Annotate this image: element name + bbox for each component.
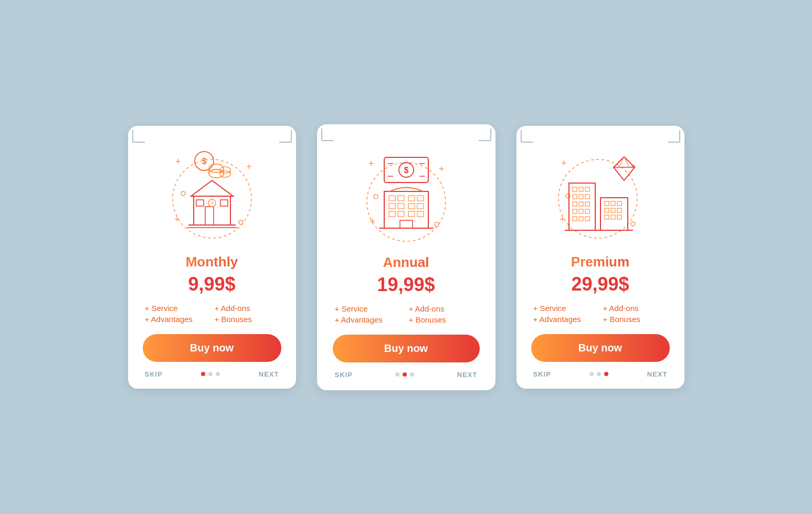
svg-rect-68 — [573, 195, 577, 199]
svg-point-54 — [558, 159, 637, 238]
svg-rect-65 — [573, 187, 577, 191]
svg-rect-89 — [617, 215, 621, 219]
svg-text:+: + — [174, 214, 180, 224]
premium-skip[interactable]: SKIP — [533, 370, 551, 378]
svg-text:+: + — [439, 164, 445, 174]
svg-rect-84 — [605, 208, 609, 212]
annual-illustration: + + + $ — [333, 139, 480, 249]
svg-rect-87 — [605, 215, 609, 219]
svg-rect-19 — [196, 200, 204, 206]
svg-point-4 — [239, 220, 243, 224]
svg-text:+: + — [246, 162, 252, 172]
svg-rect-88 — [611, 215, 615, 219]
svg-rect-46 — [408, 204, 415, 209]
svg-rect-78 — [579, 217, 583, 221]
svg-text:+: + — [368, 158, 374, 169]
svg-rect-45 — [398, 204, 404, 209]
dot-3 — [604, 372, 608, 376]
svg-rect-77 — [573, 217, 577, 221]
monthly-next[interactable]: NEXT — [259, 370, 279, 378]
svg-rect-18 — [205, 207, 214, 225]
svg-rect-71 — [573, 202, 577, 206]
annual-features: + Service + Add-ons + Advantages + Bonus… — [333, 304, 480, 324]
pricing-cards: + + + $ — [128, 124, 684, 390]
feature-item: + Bonuses — [603, 315, 668, 324]
dot-1 — [201, 372, 205, 376]
svg-marker-16 — [191, 180, 233, 196]
svg-rect-83 — [617, 201, 621, 206]
svg-point-58 — [631, 222, 635, 226]
svg-point-30 — [435, 222, 439, 227]
svg-text:$: $ — [404, 166, 408, 175]
svg-rect-39 — [384, 191, 428, 228]
svg-text:$: $ — [202, 157, 206, 166]
feature-item: + Advantages — [145, 315, 209, 324]
svg-rect-40 — [389, 196, 395, 201]
svg-text:+: + — [370, 216, 375, 227]
annual-buy-button[interactable]: Buy now — [333, 335, 480, 362]
annual-price: 19,99$ — [333, 274, 480, 296]
feature-item: + Service — [533, 304, 598, 313]
svg-rect-73 — [585, 202, 589, 206]
feature-item: + Service — [145, 304, 209, 313]
svg-rect-69 — [579, 195, 583, 199]
svg-rect-50 — [408, 211, 415, 217]
svg-point-5 — [181, 191, 185, 196]
monthly-price: 9,99$ — [143, 273, 281, 295]
annual-next[interactable]: NEXT — [457, 371, 478, 379]
svg-rect-47 — [417, 204, 424, 209]
annual-card: + + + $ — [317, 124, 495, 390]
svg-rect-70 — [585, 195, 589, 199]
annual-skip[interactable]: SKIP — [335, 371, 353, 379]
premium-buy-button[interactable]: Buy now — [531, 334, 670, 362]
dot-2 — [208, 372, 213, 376]
annual-navigation: SKIP NEXT — [333, 371, 480, 379]
dot-1 — [395, 372, 399, 377]
svg-line-63 — [624, 157, 629, 167]
premium-illustration: + + + — [531, 138, 670, 249]
svg-rect-85 — [611, 208, 615, 212]
dot-3 — [216, 372, 220, 376]
dot-2 — [597, 372, 601, 376]
feature-item: + Advantages — [335, 315, 404, 324]
svg-line-62 — [619, 157, 624, 167]
monthly-illustration: + + + $ — [143, 138, 281, 249]
svg-point-15 — [220, 171, 230, 177]
premium-navigation: SKIP NEXT — [531, 370, 670, 378]
svg-rect-48 — [389, 211, 395, 217]
dot-3 — [410, 372, 414, 377]
svg-rect-82 — [611, 201, 615, 206]
svg-rect-76 — [585, 209, 589, 213]
svg-text:+: + — [175, 156, 181, 167]
feature-item: + Bonuses — [409, 315, 478, 324]
svg-rect-17 — [194, 196, 230, 225]
premium-features: + Service + Add-ons + Advantages + Bonus… — [531, 304, 670, 324]
svg-point-0 — [173, 159, 251, 238]
svg-rect-81 — [605, 201, 609, 206]
svg-text:+: + — [560, 214, 565, 224]
svg-rect-74 — [573, 209, 577, 213]
svg-rect-52 — [400, 220, 413, 228]
svg-rect-49 — [398, 211, 404, 217]
svg-point-31 — [374, 195, 378, 199]
monthly-plan-name: Monthly — [143, 254, 281, 270]
feature-item: + Add-ons — [603, 304, 668, 313]
premium-next[interactable]: NEXT — [647, 370, 668, 378]
feature-item: + Add-ons — [409, 304, 478, 313]
svg-rect-51 — [417, 211, 424, 217]
svg-rect-42 — [408, 196, 415, 201]
monthly-features: + Service + Add-ons + Advantages + Bonus… — [143, 304, 281, 324]
svg-rect-79 — [585, 217, 589, 221]
monthly-skip[interactable]: SKIP — [145, 370, 163, 378]
annual-plan-name: Annual — [333, 254, 480, 271]
monthly-buy-button[interactable]: Buy now — [143, 334, 281, 362]
monthly-dots — [201, 372, 220, 376]
premium-price: 29,99$ — [531, 273, 670, 295]
svg-rect-66 — [579, 187, 583, 191]
premium-card: + + + — [516, 126, 684, 389]
feature-item: + Bonuses — [215, 315, 279, 324]
svg-rect-43 — [417, 196, 424, 201]
annual-dots — [395, 372, 414, 377]
monthly-card: + + + $ — [128, 126, 296, 389]
feature-item: + Add-ons — [215, 304, 279, 313]
